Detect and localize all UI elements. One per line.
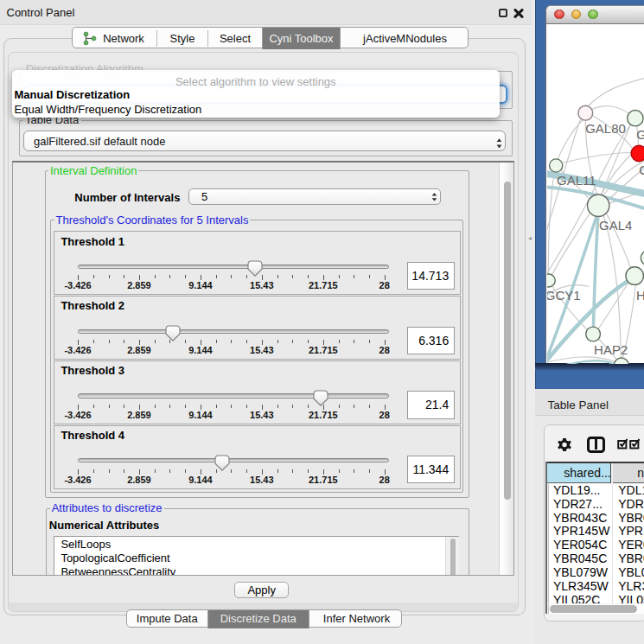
svg-text:GAL11: GAL11 [557, 173, 596, 188]
svg-text:GAL3: GAL3 [636, 126, 644, 141]
svg-text:CRM: CRM [639, 163, 644, 177]
svg-text:HIS4: HIS4 [636, 287, 644, 302]
svg-text:GAL4: GAL4 [599, 217, 632, 232]
svg-text:GCY1: GCY1 [547, 288, 581, 303]
svg-text:GAL80: GAL80 [585, 121, 626, 136]
svg-text:HAP2: HAP2 [594, 341, 628, 356]
